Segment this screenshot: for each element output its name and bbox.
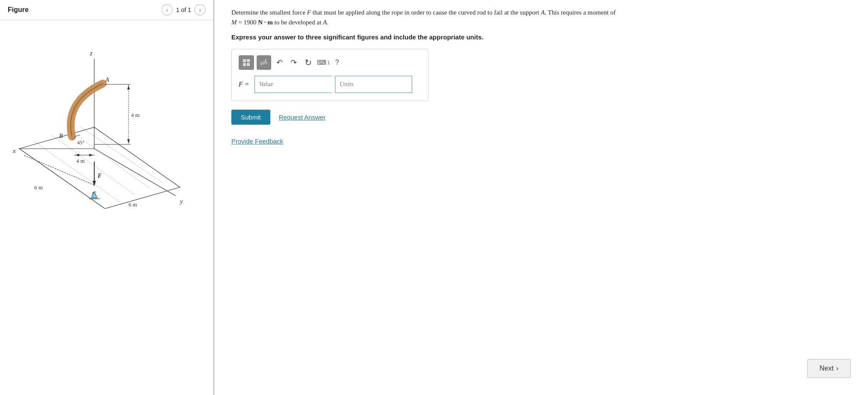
svg-text:6 m: 6 m: [129, 201, 137, 208]
svg-line-8: [79, 126, 163, 183]
svg-text:y: y: [179, 198, 183, 205]
reset-button[interactable]: ↻: [302, 56, 314, 69]
matrix-button[interactable]: [239, 55, 254, 70]
next-figure-button[interactable]: ›: [195, 4, 206, 15]
keyboard-button[interactable]: ⌨ 1: [317, 59, 330, 66]
redo-button[interactable]: ↷: [288, 56, 299, 69]
right-panel: Determine the smallest force F that must…: [214, 0, 868, 395]
diagram-svg: x z y: [9, 29, 193, 209]
left-panel: Figure ‹ 1 of 1 › x z y: [0, 0, 214, 395]
matrix-icon: [242, 58, 251, 67]
svg-text:6 m: 6 m: [34, 184, 43, 191]
svg-marker-23: [89, 154, 93, 156]
problem-intro: Determine the smallest force F that must…: [231, 9, 616, 26]
svg-marker-18: [127, 85, 130, 90]
svg-text:x: x: [12, 147, 16, 154]
svg-line-4: [19, 149, 105, 209]
figure-header: Figure ‹ 1 of 1 ›: [0, 0, 213, 20]
next-button[interactable]: Next ›: [807, 359, 851, 378]
keyboard-icon: ⌨: [317, 59, 326, 66]
request-answer-button[interactable]: Request Answer: [279, 114, 326, 121]
figure-svg: x z y: [0, 20, 213, 219]
svg-rect-35: [247, 59, 250, 62]
next-label: Next: [820, 365, 834, 372]
toolbar: μÂ ↶ ↷ ↻ ⌨ 1 ?: [239, 55, 421, 70]
submit-button[interactable]: Submit: [231, 110, 270, 125]
svg-marker-22: [75, 154, 79, 156]
symbol-icon: μÂ: [260, 59, 267, 66]
instruction-text: Express your answer to three significant…: [231, 32, 617, 42]
next-arrow-icon: ›: [836, 365, 838, 372]
svg-text:A: A: [105, 77, 109, 83]
svg-rect-36: [243, 63, 246, 66]
units-input[interactable]: [335, 76, 412, 93]
svg-marker-26: [93, 181, 96, 186]
figure-nav: ‹ 1 of 1 ›: [162, 4, 206, 15]
svg-rect-37: [247, 63, 250, 66]
svg-text:45°: 45°: [77, 140, 84, 146]
keyboard-num: 1: [327, 60, 330, 65]
page-indicator: 1 of 1: [176, 6, 191, 13]
provide-feedback-button[interactable]: Provide Feedback: [231, 138, 283, 145]
svg-line-5: [34, 141, 120, 202]
figure-label: Figure: [8, 6, 29, 14]
answer-box: μÂ ↶ ↷ ↻ ⌨ 1 ? F =: [231, 49, 428, 101]
svg-marker-3: [19, 127, 180, 209]
problem-text: Determine the smallest force F that must…: [231, 8, 617, 42]
symbol-button[interactable]: μÂ: [257, 55, 271, 70]
svg-text:4 m: 4 m: [131, 112, 140, 118]
figure-content: x z y: [0, 20, 213, 395]
svg-text:F: F: [97, 173, 102, 179]
help-button[interactable]: ?: [332, 57, 341, 68]
svg-text:4 m: 4 m: [76, 158, 85, 164]
undo-button[interactable]: ↶: [274, 56, 285, 69]
action-row: Submit Request Answer: [231, 110, 851, 125]
svg-text:z: z: [90, 50, 93, 57]
f-label: F =: [239, 81, 249, 88]
svg-rect-34: [243, 59, 246, 62]
answer-row: F =: [239, 76, 421, 93]
svg-text:B: B: [59, 133, 63, 139]
svg-marker-19: [127, 139, 130, 144]
value-input[interactable]: [254, 76, 332, 93]
prev-figure-button[interactable]: ‹: [162, 4, 173, 15]
